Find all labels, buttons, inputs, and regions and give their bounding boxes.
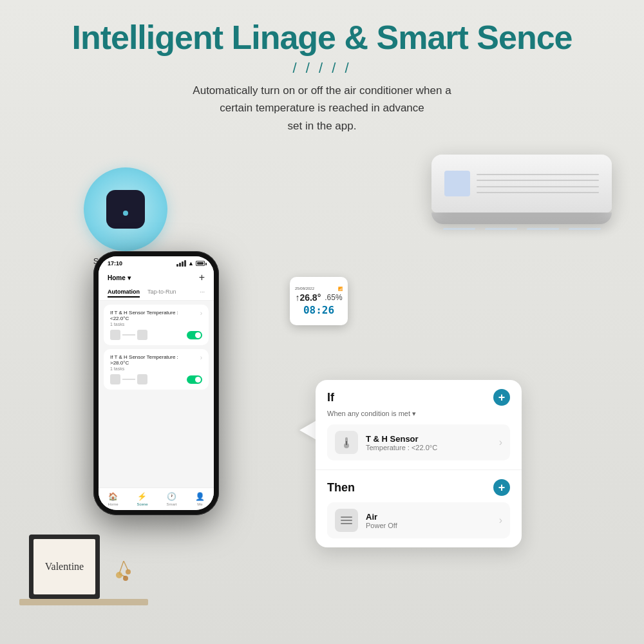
ac-grille <box>477 174 599 193</box>
home-label: Home ▾ <box>108 274 131 281</box>
svg-line-4 <box>124 561 128 571</box>
smart-icon: 🕐 <box>167 492 176 501</box>
ac-grille-line <box>477 186 599 187</box>
if-section: If + When any condition is met ▾ T & H S… <box>316 380 522 470</box>
svg-point-7 <box>126 569 131 574</box>
air-action: Power Off <box>366 522 491 529</box>
sensor-date: 25/08/2022 <box>295 287 314 291</box>
ir-remote-circle <box>84 167 167 251</box>
divider-lines: / / / / / <box>0 60 644 77</box>
temp-sensor-top: 25/08/2022 📶 <box>292 287 345 291</box>
phone-status-bar: 17:10 ▲ <box>99 256 214 269</box>
temp-time: 08:26 <box>303 304 334 316</box>
device-icon <box>137 374 147 384</box>
ac-body <box>431 155 612 213</box>
thermometer-icon <box>340 436 353 449</box>
automation2-tasks: 1 tasks <box>110 366 202 371</box>
frame-inner: Valentine <box>33 539 95 594</box>
me-icon: 👤 <box>195 492 204 501</box>
sensor-chevron-icon: › <box>499 437 502 448</box>
more-icon[interactable]: ··· <box>200 289 205 298</box>
if-plus-button[interactable]: + <box>493 389 510 406</box>
device-icon <box>137 330 147 340</box>
tab-automation[interactable]: Automation <box>108 289 140 298</box>
toggle-switch-2[interactable] <box>187 375 202 384</box>
nav-me[interactable]: 👤 Me <box>195 492 204 506</box>
wifi-icon: ▲ <box>188 260 194 267</box>
ac-grille-line <box>477 174 599 175</box>
air-info: Air Power Off <box>366 512 491 529</box>
connector-line <box>122 334 135 336</box>
signal-icon <box>176 260 186 267</box>
air-row[interactable]: Air Power Off › <box>327 502 510 538</box>
temp-value: ↑26.8° <box>295 292 321 303</box>
add-icon[interactable]: + <box>199 272 205 283</box>
air-icon-box <box>335 509 358 532</box>
ornament <box>113 561 135 596</box>
humid-value: .65% <box>325 293 342 302</box>
ac-unit <box>431 155 612 230</box>
ac-airflow-line <box>526 228 559 230</box>
phone-container: 17:10 ▲ <box>93 251 219 515</box>
svg-point-8 <box>123 576 128 581</box>
info-card: If + When any condition is met ▾ T & H S… <box>316 380 522 547</box>
ac-airflow <box>431 228 612 230</box>
automation1-tasks: 1 tasks <box>110 322 202 327</box>
main-title: Intelligent Linage & Smart Sence <box>0 19 644 56</box>
nav-scene[interactable]: ⚡ Scene <box>137 492 147 506</box>
callout-arrow <box>299 420 317 440</box>
phone-nav: Home ▾ + <box>99 269 214 286</box>
automation2-title: If T & H Sensor Temperature :>28.0°C <box>110 354 178 366</box>
ac-airflow-line <box>568 228 601 230</box>
ac-display <box>444 171 470 196</box>
chevron-right-icon: › <box>200 310 202 317</box>
home-icon: 🏠 <box>108 492 117 501</box>
air-name: Air <box>366 512 491 522</box>
status-icons: ▲ <box>176 260 205 267</box>
condition-text[interactable]: When any condition is met ▾ <box>327 410 510 418</box>
device-icon <box>110 374 120 384</box>
connector-line <box>122 379 135 380</box>
then-section: Then + Air Power Off › <box>316 470 522 547</box>
ac-airflow-line <box>484 228 517 230</box>
chevron-right-icon: › <box>200 354 202 361</box>
bottom-decor: Valentine <box>0 567 644 644</box>
temp-sensor-main: ↑26.8° .65% <box>295 292 342 303</box>
ir-remote-device <box>106 190 145 229</box>
svg-rect-2 <box>346 441 347 445</box>
phone-outer: 17:10 ▲ <box>93 251 219 515</box>
device-icon <box>110 330 120 340</box>
sensor-icon-box <box>335 431 358 454</box>
device-icons-row <box>110 374 147 384</box>
device-icons-row <box>110 330 147 340</box>
ir-remote-dot <box>123 211 128 216</box>
phone-screen: 17:10 ▲ <box>99 256 214 510</box>
header: Intelligent Linage & Smart Sence / / / /… <box>0 0 644 135</box>
tab-tap-to-run[interactable]: Tap-to-Run <box>147 289 176 298</box>
svg-line-3 <box>119 561 124 574</box>
phone-bottom-nav: 🏠 Home ⚡ Scene 🕐 Smart 👤 Me <box>99 488 214 510</box>
then-plus-button[interactable]: + <box>493 479 510 496</box>
automation1-title: If T & H Sensor Temperature :<22.0°C <box>110 310 178 321</box>
nav-smart[interactable]: 🕐 Smart <box>166 492 176 506</box>
nav-home[interactable]: 🏠 Home <box>108 492 118 506</box>
automation2-row <box>110 374 202 384</box>
ac-airflow-line <box>442 228 475 230</box>
sensor-name: T & H Sensor <box>366 434 491 444</box>
picture-frame: Valentine <box>29 535 100 599</box>
then-header: Then + <box>327 479 510 496</box>
automation1-row <box>110 330 202 340</box>
battery-icon <box>196 261 205 266</box>
sensor-condition: Temperature : <22.0°C <box>366 444 491 451</box>
ac-grille-line <box>477 192 599 193</box>
toggle-switch-1[interactable] <box>187 331 202 339</box>
temp-sensor: 25/08/2022 📶 ↑26.8° .65% 08:26 <box>290 277 348 325</box>
ac-grille-line <box>477 180 599 181</box>
phone-time: 17:10 <box>108 260 122 267</box>
shelf <box>19 599 148 605</box>
if-header: If + <box>327 389 510 406</box>
phone-tabs: Automation Tap-to-Run ··· <box>99 286 214 301</box>
sensor-row[interactable]: T & H Sensor Temperature : <22.0°C › <box>327 424 510 460</box>
air-chevron-icon: › <box>499 515 502 526</box>
sensor-wifi-icon: 📶 <box>338 287 343 291</box>
